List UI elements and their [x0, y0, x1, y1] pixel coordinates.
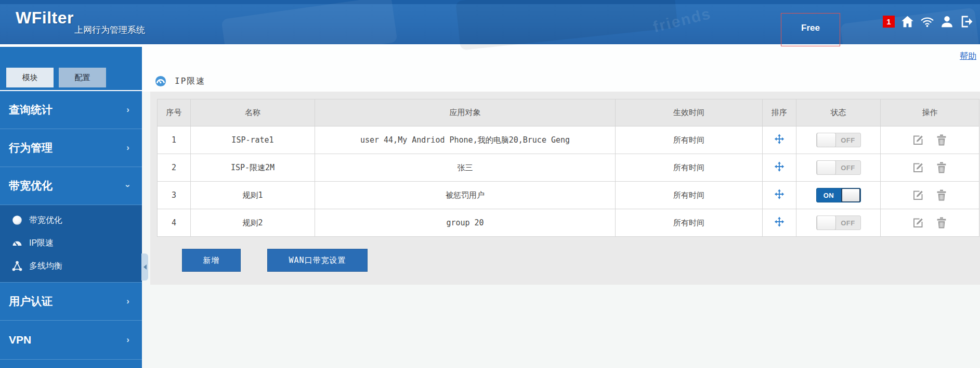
- sidebar-item-behavior-mgmt[interactable]: 行为管理 ›: [0, 129, 142, 167]
- move-icon[interactable]: [774, 133, 785, 145]
- license-badge: Free: [801, 23, 820, 33]
- cell-name: 规则1: [191, 182, 315, 209]
- sidebar-item-label: 用户认证: [9, 294, 53, 309]
- sphere-icon: [11, 214, 23, 226]
- delete-icon[interactable]: [935, 189, 948, 202]
- app-subtitle: 上网行为管理系统: [74, 24, 145, 36]
- home-icon[interactable]: [900, 15, 914, 29]
- move-icon[interactable]: [774, 188, 785, 200]
- toggle-label: OFF: [836, 219, 860, 227]
- column-header-actions: 操作: [881, 99, 979, 126]
- column-header-targets: 应用对象: [315, 99, 616, 126]
- submenu-item-ip-rate-limit[interactable]: IP限速: [0, 232, 142, 255]
- user-icon[interactable]: [940, 15, 954, 29]
- cell-index: 3: [158, 182, 191, 209]
- submenu-item-bandwidth-opt[interactable]: 带宽优化: [0, 209, 142, 232]
- app-header: friends WFilter 上网行为管理系统 Free 1: [0, 0, 980, 44]
- cell-targets: 被惩罚用户: [315, 182, 616, 209]
- row-actions: [881, 134, 979, 147]
- cell-targets: 张三: [315, 154, 616, 182]
- sidebar-item-user-auth[interactable]: 用户认证 ›: [0, 283, 142, 321]
- table-row: 2ISP-限速2M张三所有时间OFF: [158, 154, 979, 182]
- collapse-arrow-icon: [143, 264, 147, 270]
- edit-icon[interactable]: [912, 217, 925, 230]
- table-row: 3规则1被惩罚用户所有时间ON: [158, 182, 979, 209]
- toggle-knob: [817, 160, 836, 175]
- bandwidth-submenu: 带宽优化 IP限速 多线均衡: [0, 205, 142, 283]
- cell-targets: user 44,My Andriod Phone,我的电脑20,Bruce Ge…: [315, 126, 616, 154]
- main-content: 帮助 IP限速 序号 名称 应用对象 生效时间 排序 状态 操作: [142, 44, 980, 368]
- column-header-sort: 排序: [763, 99, 796, 126]
- chevron-down-icon: ›: [123, 184, 133, 187]
- cell-time: 所有时间: [616, 182, 763, 209]
- sidebar-item-label: VPN: [9, 334, 31, 346]
- help-link[interactable]: 帮助: [960, 51, 976, 62]
- header-icons: 1: [883, 15, 974, 29]
- logout-icon[interactable]: [960, 15, 974, 29]
- cell-time: 所有时间: [616, 154, 763, 182]
- sidebar-item-partial: [0, 360, 142, 368]
- row-actions: [881, 161, 979, 174]
- sidebar-menu: 查询统计 › 行为管理 › 带宽优化 › 带宽优化: [0, 91, 142, 368]
- table-row: 1ISP-rate1user 44,My Andriod Phone,我的电脑2…: [158, 126, 979, 154]
- cell-index: 4: [158, 209, 191, 237]
- tab-modules[interactable]: 模块: [6, 68, 54, 87]
- page-title: IP限速: [175, 76, 205, 87]
- rate-limit-rules-table: 序号 名称 应用对象 生效时间 排序 状态 操作 1ISP-rate1user …: [157, 99, 979, 237]
- sidebar-item-label: 行为管理: [9, 141, 53, 155]
- gauge-icon: [11, 237, 23, 249]
- toggle-label: OFF: [836, 136, 860, 144]
- sidebar-item-bandwidth-opt[interactable]: 带宽优化 ›: [0, 167, 142, 205]
- cell-time: 所有时间: [616, 126, 763, 154]
- gauge-icon: [155, 75, 166, 87]
- chevron-right-icon: ›: [126, 143, 129, 153]
- move-icon[interactable]: [774, 161, 785, 172]
- column-header-name: 名称: [191, 99, 315, 126]
- table-row: 4规则2group 20所有时间OFF: [158, 209, 979, 237]
- delete-icon[interactable]: [935, 161, 948, 174]
- row-actions: [881, 217, 979, 230]
- keyboard-texture: [455, 0, 678, 50]
- edit-icon[interactable]: [912, 161, 925, 174]
- cell-targets: group 20: [315, 209, 616, 237]
- cell-time: 所有时间: [616, 209, 763, 237]
- status-toggle[interactable]: OFF: [816, 215, 861, 230]
- sidebar-collapse-handle[interactable]: [141, 253, 148, 281]
- license-badge-box: Free: [781, 13, 840, 46]
- add-rule-button[interactable]: 新增: [182, 249, 241, 272]
- load-balance-icon: [11, 260, 23, 272]
- edit-icon[interactable]: [912, 189, 925, 202]
- column-header-index: 序号: [158, 99, 191, 126]
- toggle-knob: [841, 188, 860, 202]
- content-panel: 序号 名称 应用对象 生效时间 排序 状态 操作 1ISP-rate1user …: [150, 92, 980, 285]
- status-toggle[interactable]: OFF: [816, 133, 861, 147]
- row-actions: [881, 189, 979, 202]
- submenu-item-multi-line-balance[interactable]: 多线均衡: [0, 255, 142, 277]
- cell-name: 规则2: [191, 209, 315, 237]
- toggle-knob: [817, 215, 836, 230]
- toggle-label: ON: [817, 192, 841, 199]
- chevron-right-icon: ›: [126, 296, 129, 307]
- app-logo: WFilter: [16, 8, 74, 28]
- wan-bandwidth-settings-button[interactable]: WAN口带宽设置: [267, 249, 368, 272]
- status-toggle[interactable]: ON: [816, 188, 861, 202]
- page-title-row: IP限速: [155, 75, 205, 87]
- wifi-icon[interactable]: [920, 15, 934, 29]
- sidebar-tabs: 模块 配置: [6, 68, 106, 87]
- submenu-item-label: 多线均衡: [29, 261, 62, 272]
- tab-config[interactable]: 配置: [59, 68, 106, 87]
- cell-index: 1: [158, 126, 191, 154]
- edit-icon[interactable]: [912, 134, 925, 147]
- status-toggle[interactable]: OFF: [816, 160, 861, 175]
- sidebar-item-label: 查询统计: [9, 103, 53, 117]
- sidebar-item-vpn[interactable]: VPN ›: [0, 321, 142, 360]
- toggle-knob: [817, 133, 836, 147]
- cell-name: ISP-限速2M: [191, 154, 315, 182]
- delete-icon[interactable]: [935, 134, 948, 147]
- sidebar-item-label: 带宽优化: [9, 179, 53, 193]
- submenu-item-label: IP限速: [29, 238, 54, 249]
- notification-badge[interactable]: 1: [883, 16, 895, 28]
- move-icon[interactable]: [774, 216, 785, 227]
- sidebar-item-query-stats[interactable]: 查询统计 ›: [0, 91, 142, 129]
- delete-icon[interactable]: [935, 217, 948, 230]
